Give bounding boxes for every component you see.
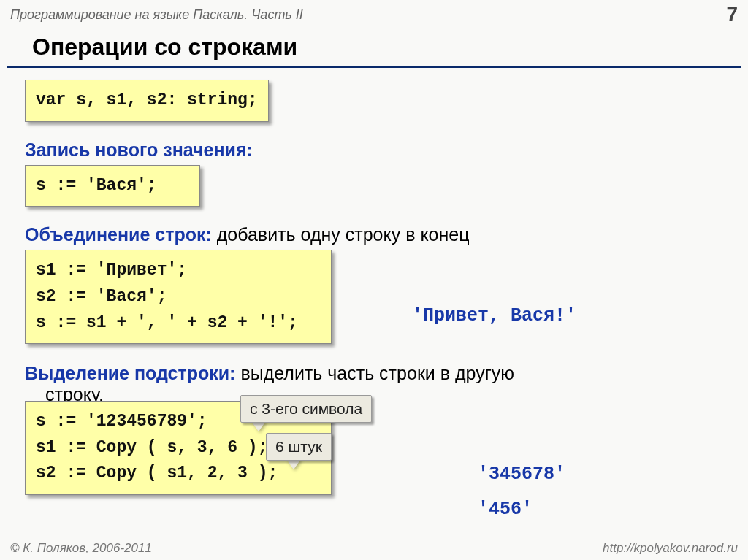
code-line: s2 := 'Вася'; [36, 284, 321, 310]
section3-label: Выделение подстроки: выделить часть стро… [25, 363, 723, 384]
section2-label: Объединение строк: добавить одну строку … [25, 224, 723, 245]
section3-row: s := '123456789'; s1 := Copy ( s, 3, 6 )… [25, 405, 723, 505]
code-declaration: var s, s1, s2: string; [25, 80, 269, 122]
section2-desc: добавить одну строку в конец [212, 224, 470, 245]
slide-content: var s, s1, s2: string; Запись нового зна… [0, 68, 748, 505]
code-line: s2 := Copy ( s1, 2, 3 ); [36, 461, 321, 487]
section3-result1: '345678' [478, 464, 565, 485]
section3-result2: '456' [478, 499, 533, 520]
section3-desc: выделить часть строки в другую [235, 363, 514, 383]
section2-row: s1 := 'Привет'; s2 := 'Вася'; s := s1 + … [25, 245, 723, 354]
slide-title: Операции со строками [7, 29, 741, 68]
slide-header: Программирование на языке Паскаль. Часть… [0, 0, 748, 29]
copyright: © К. Поляков, 2006-2011 [10, 541, 152, 556]
page-number: 7 [726, 3, 738, 26]
section2-result: 'Привет, Вася!' [412, 305, 576, 326]
callout-tail-icon [251, 421, 266, 431]
callout-tail-icon [286, 459, 301, 469]
code-line: s1 := 'Привет'; [36, 258, 321, 284]
section3-label-bold: Выделение подстроки: [25, 363, 235, 383]
section1-code: s := 'Вася'; [25, 165, 200, 207]
callout-from-3rd: с 3-его символа [240, 395, 372, 423]
course-title: Программирование на языке Паскаль. Часть… [10, 7, 303, 23]
code-line: s := s1 + ', ' + s2 + '!'; [36, 310, 321, 337]
section2-code: s1 := 'Привет'; s2 := 'Вася'; s := s1 + … [25, 250, 332, 344]
section1-label: Запись нового значения: [25, 139, 723, 161]
footer-url: http://kpolyakov.narod.ru [603, 541, 738, 556]
slide-footer: © К. Поляков, 2006-2011 http://kpolyakov… [0, 541, 748, 556]
section2-label-bold: Объединение строк: [25, 224, 212, 245]
callout-6-pieces: 6 штук [266, 433, 332, 461]
